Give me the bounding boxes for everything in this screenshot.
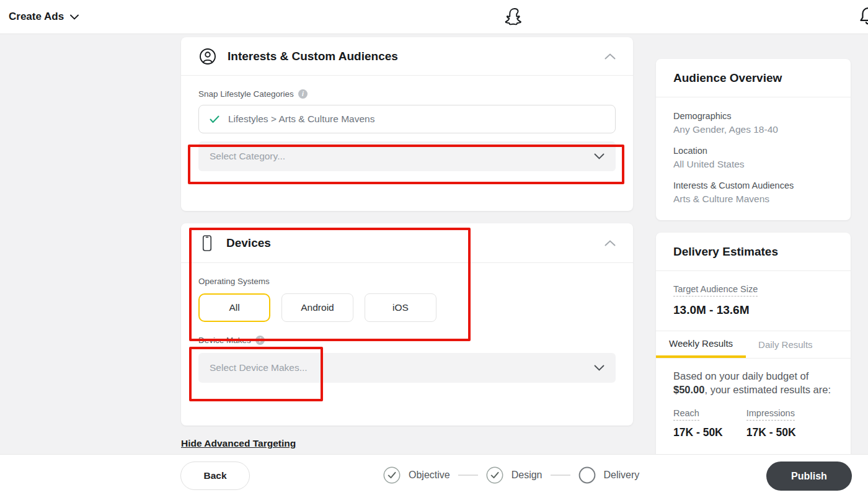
interests-card-header: Interests & Custom Audiences <box>181 37 633 76</box>
chevron-down-icon <box>594 365 604 371</box>
hide-advanced-targeting-link[interactable]: Hide Advanced Targeting <box>181 438 296 449</box>
target-audience-size-value: 13.0M - 13.6M <box>673 303 833 317</box>
impressions-label[interactable]: Impressions <box>746 408 795 421</box>
publish-button[interactable]: Publish <box>766 462 852 491</box>
tab-weekly-results[interactable]: Weekly Results <box>656 331 746 358</box>
chevron-down-icon <box>594 153 604 159</box>
delivery-estimates-card: Delivery Estimates Target Audience Size … <box>656 233 851 463</box>
select-device-makes-dropdown[interactable]: Select Device Makes... <box>198 353 616 383</box>
os-option-ios[interactable]: iOS <box>365 293 436 322</box>
create-ads-page: Create Ads <box>0 0 868 495</box>
results-tabs: Weekly Results Daily Results <box>656 331 851 359</box>
step-objective[interactable]: Objective <box>383 466 450 484</box>
step-connector <box>458 475 478 476</box>
select-device-makes-placeholder: Select Device Makes... <box>210 362 308 373</box>
phone-icon <box>198 234 216 252</box>
overview-row-demographics: Demographics Any Gender, Ages 18-40 <box>673 111 833 135</box>
select-category-placeholder: Select Category... <box>210 151 285 162</box>
wizard-footer: Back Objective Des <box>0 454 868 495</box>
metric-reach: Reach 17K - 50K <box>673 408 723 439</box>
reach-label[interactable]: Reach <box>673 408 699 421</box>
device-makes-block: Device Makes i Select Device Makes... <box>198 336 616 383</box>
select-category-dropdown[interactable]: Select Category... <box>198 141 616 171</box>
collapse-chevron-up-icon[interactable] <box>604 240 616 246</box>
top-bar: Create Ads <box>0 0 868 34</box>
delivery-estimates-title: Delivery Estimates <box>673 245 778 259</box>
audience-overview-rows: Demographics Any Gender, Ages 18-40 Loca… <box>656 97 851 229</box>
delivery-estimates-header: Delivery Estimates <box>656 233 851 271</box>
step-connector <box>551 475 570 476</box>
budget-amount: $50.00 <box>673 384 704 395</box>
step-complete-check-icon <box>486 466 503 484</box>
info-icon[interactable]: i <box>255 336 265 345</box>
collapse-chevron-up-icon[interactable] <box>604 53 616 60</box>
budget-estimate-text: Based on your daily budget of $50.00, yo… <box>656 359 851 397</box>
target-audience-size-block: Target Audience Size 13.0M - 13.6M <box>656 271 851 331</box>
devices-card-body: Operating Systems All Android iOS Device… <box>181 263 633 396</box>
back-button[interactable]: Back <box>180 462 250 490</box>
os-option-all[interactable]: All <box>198 293 270 322</box>
lifestyle-categories-label: Snap Lifestyle Categories i <box>198 89 616 99</box>
os-options-row: All Android iOS <box>198 293 616 322</box>
audience-overview-header: Audience Overview <box>656 59 851 97</box>
os-option-android[interactable]: Android <box>281 293 353 322</box>
overview-row-interests: Interests & Custom Audiences Arts & Cult… <box>673 181 833 205</box>
selected-lifestyle-row[interactable]: Lifestyles > Arts & Culture Mavens <box>198 105 616 133</box>
page-title: Create Ads <box>9 11 64 23</box>
reach-value: 17K - 50K <box>673 426 723 439</box>
metric-impressions: Impressions 17K - 50K <box>746 408 796 439</box>
create-ads-menu[interactable]: Create Ads <box>9 11 79 23</box>
audience-overview-title: Audience Overview <box>673 71 782 85</box>
check-icon <box>210 115 219 123</box>
devices-card-title: Devices <box>226 236 271 250</box>
snapchat-ghost-icon[interactable] <box>503 4 526 30</box>
wizard-steps: Objective Design Delive <box>383 455 639 495</box>
person-icon <box>198 47 217 66</box>
info-icon[interactable]: i <box>298 89 308 99</box>
device-makes-label: Device Makes i <box>198 336 616 345</box>
operating-systems-label: Operating Systems <box>198 277 616 286</box>
interests-card-title: Interests & Custom Audiences <box>228 50 398 63</box>
selected-lifestyle-value: Lifestyles > Arts & Culture Mavens <box>228 114 374 125</box>
estimate-metrics: Reach 17K - 50K Impressions 17K - 50K <box>656 397 851 439</box>
step-design[interactable]: Design <box>486 466 542 484</box>
audience-overview-card: Audience Overview Demographics Any Gende… <box>656 59 851 220</box>
interests-custom-audiences-card: Interests & Custom Audiences Snap Lifest… <box>181 37 633 211</box>
notifications-bell-icon[interactable] <box>857 6 868 28</box>
step-delivery[interactable]: Delivery <box>578 466 640 484</box>
overview-row-location: Location All United States <box>673 146 833 170</box>
target-audience-size-label[interactable]: Target Audience Size <box>673 284 758 297</box>
step-current-circle-icon <box>578 466 596 484</box>
devices-card: Devices Operating Systems All Android iO… <box>181 223 633 426</box>
chevron-down-icon <box>70 14 79 20</box>
step-complete-check-icon <box>383 466 401 484</box>
impressions-value: 17K - 50K <box>746 426 796 439</box>
interests-card-body: Snap Lifestyle Categories i Lifestyles >… <box>181 76 633 185</box>
devices-card-header: Devices <box>181 223 633 263</box>
tab-daily-results[interactable]: Daily Results <box>746 331 825 358</box>
